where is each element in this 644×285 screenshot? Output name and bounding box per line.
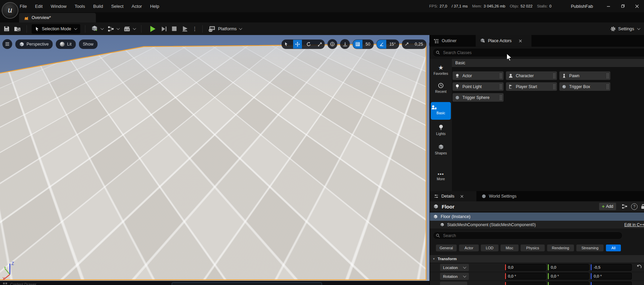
viewport-floor-mesh[interactable] (0, 35, 429, 281)
menu-edit[interactable]: Edit (31, 4, 47, 9)
close-tab-icon[interactable] (519, 39, 522, 43)
filter-streaming[interactable]: Streaming (576, 245, 604, 251)
filter-misc[interactable]: Misc (501, 245, 519, 251)
location-x-field[interactable]: 0,0 (505, 264, 546, 271)
content-drawer-icon[interactable] (3, 282, 7, 285)
save-button[interactable] (1, 24, 12, 34)
play-button[interactable] (147, 24, 158, 34)
filter-actor[interactable]: Actor (459, 245, 479, 251)
rotation-y-field[interactable]: 0,0 ° (547, 273, 589, 280)
item-trigger-sphere[interactable]: Trigger Sphere (453, 93, 504, 102)
tab-world-settings[interactable]: World Settings (477, 191, 521, 201)
filter-all-active[interactable]: All (606, 245, 621, 251)
drag-handle[interactable] (553, 73, 555, 78)
lit-dropdown[interactable]: Lit (56, 39, 75, 49)
component-row-static-mesh[interactable]: StaticMeshComponent (StaticMeshComponent… (430, 221, 644, 229)
close-tab-icon[interactable] (460, 195, 463, 198)
category-basic-active[interactable]: Basic (431, 102, 451, 120)
item-player-start[interactable]: Player Start (506, 82, 557, 91)
tab-place-actors[interactable]: Place Actors (476, 35, 531, 47)
restore-button[interactable] (615, 0, 630, 12)
launch-button[interactable] (179, 24, 191, 34)
scale-z-field[interactable] (590, 282, 632, 285)
tab-details[interactable]: Details (430, 191, 476, 201)
drag-handle[interactable] (606, 84, 609, 89)
item-trigger-box[interactable]: Trigger Box (559, 82, 610, 91)
viewport-options-menu[interactable] (2, 39, 12, 49)
rotation-x-field[interactable]: 0,0 ° (505, 273, 546, 280)
add-component-button[interactable]: + Add (599, 203, 616, 210)
menu-actor[interactable]: Actor (128, 4, 146, 9)
viewport[interactable]: Perspective Lit Show (0, 35, 429, 281)
details-search-box[interactable] (433, 232, 623, 239)
item-pawn[interactable]: Pawn (559, 71, 610, 80)
search-classes-input[interactable] (442, 50, 644, 55)
cinematics-button[interactable] (121, 24, 138, 34)
scale-y-field[interactable] (547, 282, 589, 285)
location-z-field[interactable]: -0,5 (590, 264, 632, 271)
drag-handle[interactable] (606, 73, 609, 78)
component-row-floor-instance[interactable]: Floor (Instance) (430, 213, 644, 221)
location-y-field[interactable]: 0,0 (547, 264, 589, 271)
show-dropdown[interactable]: Show (79, 39, 98, 49)
platforms-dropdown[interactable]: Platforms (206, 24, 244, 34)
category-lights[interactable]: Lights (430, 124, 452, 136)
edit-in-cpp-link[interactable]: Edit in C++ (624, 222, 644, 227)
scale-snap-value[interactable]: 0,25 (412, 42, 426, 47)
select-tool-button[interactable] (282, 40, 291, 49)
browse-content-button[interactable] (12, 24, 23, 34)
category-shapes[interactable]: Shapes (430, 144, 452, 155)
rotate-tool-button[interactable] (304, 40, 313, 49)
frame-skip-button[interactable] (158, 24, 169, 34)
grid-snap-control[interactable]: 50 (353, 39, 374, 49)
transform-section-header[interactable]: ▼ Transform (430, 255, 644, 263)
menu-select[interactable]: Select (107, 4, 128, 9)
drag-handle[interactable] (499, 84, 502, 89)
menu-help[interactable]: Help (146, 4, 163, 9)
category-recent[interactable]: Recent (430, 83, 452, 94)
scale-x-field[interactable] (505, 282, 546, 285)
rotation-z-field[interactable]: 0,0 ° (590, 273, 632, 280)
filter-lod[interactable]: LOD (481, 245, 498, 251)
blueprints-button[interactable] (105, 24, 121, 34)
menu-window[interactable]: Window (47, 4, 70, 9)
scale-snap-control[interactable]: 0,25 (402, 39, 426, 49)
grid-snap-value[interactable]: 50 (362, 42, 373, 47)
rotation-snap-control[interactable]: 15° (376, 39, 399, 49)
play-options-menu[interactable]: ⋮ (191, 26, 199, 32)
tab-overview-level[interactable]: Overview* (19, 13, 96, 22)
item-actor[interactable]: Actor (453, 71, 504, 80)
reset-location-button[interactable] (637, 265, 642, 269)
settings-dropdown[interactable]: Settings (610, 22, 640, 35)
item-point-light[interactable]: Point Light (453, 82, 504, 91)
category-favorites[interactable]: ★ Favorites (430, 65, 452, 76)
minimize-button[interactable] (601, 0, 615, 12)
world-local-gizmo-button[interactable] (327, 39, 337, 49)
selection-mode-dropdown[interactable]: Selection Mode (32, 24, 80, 34)
scale-tool-button[interactable] (316, 40, 324, 49)
filter-general[interactable]: General (436, 245, 457, 251)
category-more[interactable]: ••• More (430, 172, 452, 181)
lock-button[interactable] (641, 204, 644, 209)
publish-fab-button[interactable]: PublishFab (571, 0, 593, 12)
filter-physics[interactable]: Physics (521, 245, 545, 251)
stop-button[interactable] (169, 24, 179, 34)
unreal-engine-logo-icon[interactable]: u (2, 2, 18, 19)
help-button[interactable]: ? (631, 203, 638, 210)
details-search-input[interactable] (442, 233, 620, 238)
drag-handle[interactable] (553, 84, 555, 89)
content-drawer-label[interactable]: Content Drawer (10, 282, 36, 285)
filter-rendering[interactable]: Rendering (547, 245, 574, 251)
scale-dropdown[interactable] (440, 282, 467, 285)
item-character[interactable]: Character (506, 71, 557, 80)
surface-snapping-button[interactable] (340, 39, 350, 49)
perspective-dropdown[interactable]: Perspective (15, 39, 53, 49)
menu-tools[interactable]: Tools (71, 4, 89, 9)
location-dropdown[interactable]: Location (440, 264, 469, 271)
move-tool-button[interactable] (293, 40, 302, 49)
add-actor-button[interactable] (89, 24, 105, 34)
close-button[interactable] (630, 0, 644, 12)
tab-outliner[interactable]: Outliner (430, 35, 461, 47)
drag-handle[interactable] (499, 73, 502, 78)
search-classes-box[interactable] (433, 48, 644, 57)
